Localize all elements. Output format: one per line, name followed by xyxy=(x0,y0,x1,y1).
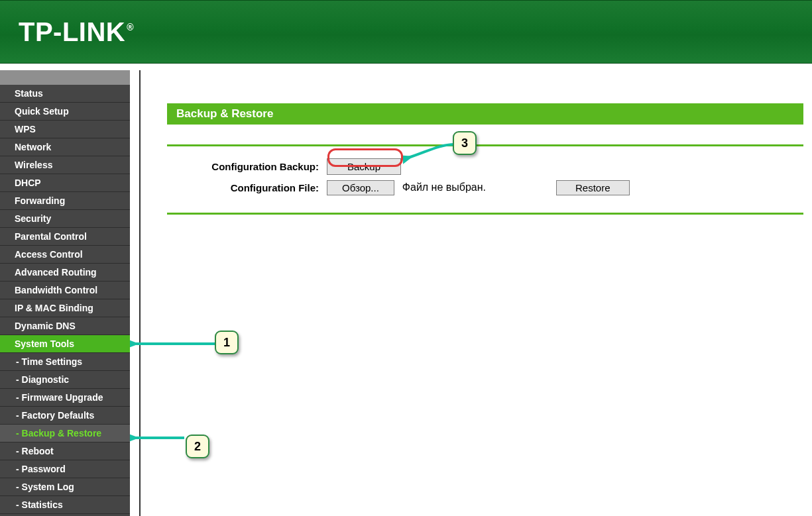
browse-button[interactable]: Обзор... xyxy=(327,180,394,195)
sidebar-item-security[interactable]: Security xyxy=(0,210,130,228)
sidebar-item-label: Status xyxy=(15,88,43,99)
sidebar-item-label: Quick Setup xyxy=(15,106,69,117)
sidebar-item-label: Forwarding xyxy=(15,195,65,206)
sidebar-item-label: - Factory Defaults xyxy=(16,410,94,421)
sidebar-item-label: - Time Settings xyxy=(16,356,82,367)
brand-text: TP-LINK xyxy=(19,17,125,47)
sidebar-sub-backup-restore[interactable]: - Backup & Restore xyxy=(0,425,130,442)
sidebar-item-label: WPS xyxy=(15,124,36,134)
vertical-divider xyxy=(130,70,145,516)
sidebar-item-label: - Backup & Restore xyxy=(16,428,101,439)
brand-registered: ® xyxy=(127,22,134,32)
sidebar-sub-diagnostic[interactable]: - Diagnostic xyxy=(0,371,130,389)
sidebar-item-bandwidth-control[interactable]: Bandwidth Control xyxy=(0,282,130,299)
sidebar-item-label: System Tools xyxy=(15,338,74,349)
sidebar-item-label: - Firmware Upgrade xyxy=(16,392,103,403)
sidebar-item-label: Parental Control xyxy=(15,231,87,242)
sidebar-item-status[interactable]: Status xyxy=(0,85,130,103)
sidebar-item-dynamic-dns[interactable]: Dynamic DNS xyxy=(0,317,130,335)
page-title: Backup & Restore xyxy=(167,103,803,125)
sidebar-item-advanced-routing[interactable]: Advanced Routing xyxy=(0,264,130,282)
content-columns: Status Quick Setup WPS Network Wireless … xyxy=(0,70,812,516)
sidebar-item-label: IP & MAC Binding xyxy=(15,303,93,313)
sidebar-item-dhcp[interactable]: DHCP xyxy=(0,174,130,192)
sidebar-sub-time-settings[interactable]: - Time Settings xyxy=(0,353,130,371)
sidebar-item-label: Wireless xyxy=(15,160,52,170)
sidebar-item-label: Dynamic DNS xyxy=(15,321,76,331)
backup-button[interactable]: Backup xyxy=(327,158,401,175)
header-band: TP-LINK ® xyxy=(0,0,812,64)
sidebar-item-label: - Statistics xyxy=(16,499,63,510)
sidebar-sub-firmware-upgrade[interactable]: - Firmware Upgrade xyxy=(0,389,130,407)
sidebar-sub-statistics[interactable]: - Statistics xyxy=(0,496,130,514)
section-divider-bottom xyxy=(167,213,803,215)
sidebar-item-system-tools[interactable]: System Tools xyxy=(0,335,130,353)
sidebar-item-label: - Password xyxy=(16,464,66,474)
main-content: Backup & Restore Configuration Backup: B… xyxy=(145,70,812,516)
row-config-backup: Configuration Backup: Backup xyxy=(167,156,803,177)
sidebar-item-label: Network xyxy=(15,142,51,152)
sidebar-item-wps[interactable]: WPS xyxy=(0,121,130,138)
sidebar: Status Quick Setup WPS Network Wireless … xyxy=(0,70,130,516)
sidebar-item-forwarding[interactable]: Forwarding xyxy=(0,192,130,210)
sidebar-sub-factory-defaults[interactable]: - Factory Defaults xyxy=(0,407,130,425)
row-config-file: Configuration File: Обзор... Файл не выб… xyxy=(167,177,803,198)
brand-logo: TP-LINK ® xyxy=(19,17,134,47)
restore-button[interactable]: Restore xyxy=(556,180,630,195)
sidebar-item-label: Advanced Routing xyxy=(15,267,97,278)
sidebar-item-quick-setup[interactable]: Quick Setup xyxy=(0,103,130,121)
sidebar-item-network[interactable]: Network xyxy=(0,138,130,156)
sidebar-item-access-control[interactable]: Access Control xyxy=(0,246,130,264)
sidebar-item-label: DHCP xyxy=(15,178,41,188)
sidebar-item-label: Bandwidth Control xyxy=(15,285,97,295)
sidebar-item-label: - System Log xyxy=(16,482,74,492)
sidebar-item-label: Access Control xyxy=(15,249,83,260)
sidebar-spacer xyxy=(0,70,130,85)
label-config-backup: Configuration Backup: xyxy=(167,161,323,172)
sidebar-item-label: - Reboot xyxy=(16,446,54,456)
sidebar-item-label: Security xyxy=(15,213,51,224)
sidebar-sub-reboot[interactable]: - Reboot xyxy=(0,442,130,460)
sidebar-sub-system-log[interactable]: - System Log xyxy=(0,478,130,496)
sidebar-item-ip-mac-binding[interactable]: IP & MAC Binding xyxy=(0,299,130,317)
sidebar-item-wireless[interactable]: Wireless xyxy=(0,156,130,174)
sidebar-sub-password[interactable]: - Password xyxy=(0,460,130,478)
header-gap xyxy=(0,64,812,70)
sidebar-item-parental-control[interactable]: Parental Control xyxy=(0,228,130,246)
sidebar-item-label: - Diagnostic xyxy=(16,374,69,385)
file-status-text: Файл не выбран. xyxy=(402,181,486,193)
label-config-file: Configuration File: xyxy=(167,182,323,193)
